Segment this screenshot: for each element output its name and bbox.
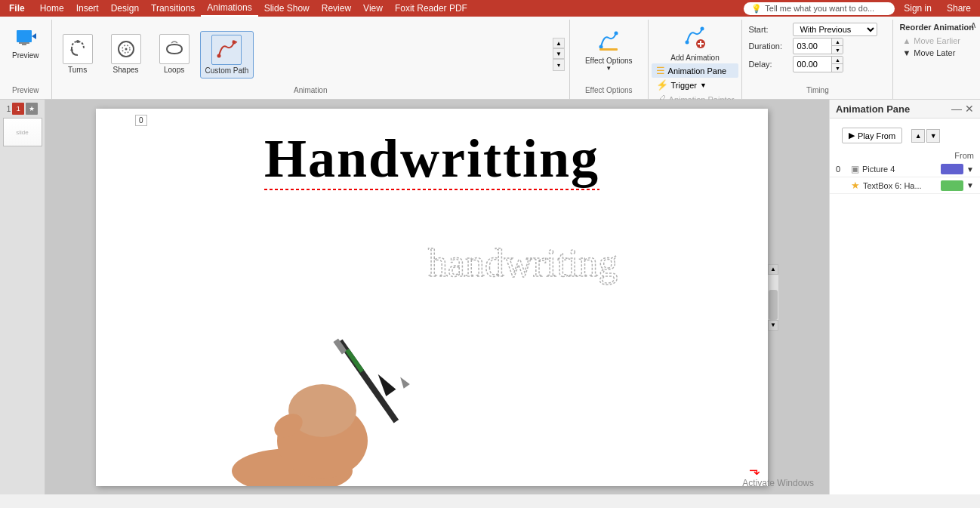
move-later-label: Move Later <box>914 48 955 57</box>
play-from-btn[interactable]: ▶ Play From <box>842 128 902 143</box>
move-later-icon: ▼ <box>902 48 911 57</box>
red-underline <box>264 189 599 190</box>
anim-item2-color-bar <box>941 180 963 191</box>
add-animation-label: Add Animation <box>670 54 720 62</box>
move-later-btn[interactable]: ▼ Move Later <box>899 47 974 59</box>
shapes-icon <box>111 34 141 64</box>
scrollbar-thumb[interactable] <box>769 290 778 320</box>
duration-label: Duration: <box>748 42 790 51</box>
svg-point-12 <box>599 45 603 49</box>
effect-options-btn[interactable]: Effect Options ▼ <box>576 23 642 78</box>
slide-indicator: 1 <box>12 103 24 115</box>
svg-rect-27 <box>345 348 364 372</box>
scroll-down-arrow[interactable]: ▼ <box>768 320 778 331</box>
duration-input-wrap[interactable]: ▲ ▼ <box>793 38 843 54</box>
preview-label: Preview <box>12 51 39 60</box>
timing-section-label: Timing <box>748 86 886 96</box>
add-animation-btn[interactable]: Add Animation <box>652 23 739 62</box>
menu-animations[interactable]: Animations <box>201 0 257 17</box>
main-area: 1 1 ★ slide 0 0 Handwritting <box>0 100 980 494</box>
svg-point-15 <box>686 41 689 45</box>
custom-path-icon <box>211 35 242 65</box>
canvas-scrollbar: ▲ ▼ <box>768 264 778 331</box>
slide-thumbnail[interactable]: slide <box>3 118 42 146</box>
pane-close-icon[interactable]: ✕ <box>965 103 974 115</box>
menu-foxit[interactable]: Foxit Reader PDF <box>389 0 473 17</box>
svg-point-13 <box>615 32 618 35</box>
effect-section-label: Effect Options <box>585 86 633 96</box>
nav-down-arrow[interactable]: ▼ <box>926 129 940 143</box>
slide-canvas[interactable]: 0 0 Handwritting <box>96 109 768 486</box>
scroll-down-btn[interactable]: ▼ <box>553 48 565 59</box>
anim-list-nav: ▲ ▼ <box>911 129 940 143</box>
effect-section: Effect Options ▼ Effect Options <box>570 20 649 99</box>
preview-btn[interactable]: Preview <box>6 23 45 63</box>
anim-list-item-2[interactable]: ★ TextBox 6: Ha... ▼ <box>830 177 980 194</box>
animation-pane-label: Animation Pane <box>668 66 727 75</box>
trigger-label: Trigger <box>671 81 697 90</box>
advanced-animation-section: Add Animation ☰ Animation Pane ⚡ Trigger… <box>649 20 743 99</box>
svg-rect-2 <box>19 42 29 44</box>
anim-pane-title: Animation Pane <box>836 103 910 115</box>
menu-review[interactable]: Review <box>316 0 357 17</box>
start-input[interactable]: With Previous On Click After Previous <box>793 23 877 36</box>
slide-panel: 1 1 ★ slide <box>0 100 45 494</box>
svg-point-9 <box>217 54 221 57</box>
preview-section-label: Preview <box>12 85 39 96</box>
anim-item-custom-path[interactable]: Custom Path <box>200 31 254 79</box>
effect-options-dropdown-arrow: ▼ <box>606 65 612 72</box>
delay-down[interactable]: ▼ <box>832 64 843 72</box>
duration-up[interactable]: ▲ <box>832 38 843 46</box>
scroll-up-btn[interactable]: ▲ <box>553 38 565 48</box>
scroll-up-arrow[interactable]: ▲ <box>768 264 778 275</box>
menu-file[interactable]: File <box>3 0 31 17</box>
play-icon: ▶ <box>849 131 855 140</box>
trigger-icon: ⚡ <box>656 79 668 91</box>
pane-minimize-icon[interactable]: — <box>951 103 962 115</box>
play-from-label: Play From <box>858 131 895 140</box>
svg-marker-5 <box>70 48 73 51</box>
menu-insert[interactable]: Insert <box>70 0 105 17</box>
tell-me-input[interactable]: 💡 Tell me what you want to do... <box>744 2 895 15</box>
lightbulb-icon: 💡 <box>751 4 762 14</box>
anim-list-item-1[interactable]: 0 ▣ Picture 4 ▼ <box>830 162 980 177</box>
anim-item2-dropdown[interactable]: ▼ <box>966 181 974 189</box>
corner-marker: ⬎ <box>749 462 760 479</box>
anim-item-turns[interactable]: Turns <box>55 31 100 79</box>
canvas-area: 0 0 Handwritting <box>45 100 829 494</box>
menu-view[interactable]: View <box>357 0 389 17</box>
svg-point-4 <box>76 40 79 43</box>
shapes-label: Shapes <box>113 66 139 74</box>
delay-input-wrap[interactable]: ▲ ▼ <box>793 56 843 72</box>
sign-in-btn[interactable]: Sign in <box>898 2 938 15</box>
anim-item-loops[interactable]: Loops <box>152 31 197 79</box>
svg-rect-14 <box>599 48 618 51</box>
menu-transitions[interactable]: Transitions <box>145 0 201 17</box>
nav-up-arrow[interactable]: ▲ <box>911 129 925 143</box>
menu-home[interactable]: Home <box>34 0 70 17</box>
animation-scroll: ▲ ▼ ▾ <box>551 38 566 71</box>
duration-input[interactable] <box>794 41 831 51</box>
menu-slideshow[interactable]: Slide Show <box>258 0 316 17</box>
animation-pane-btn[interactable]: ☰ Animation Pane <box>652 63 739 78</box>
anim-item-shapes[interactable]: Shapes <box>103 31 149 79</box>
image-area: handwriting ⬎ <box>96 201 768 486</box>
anim-item1-dropdown[interactable]: ▼ <box>966 165 974 174</box>
move-earlier-btn[interactable]: ▲ Move Earlier <box>899 35 974 47</box>
duration-down[interactable]: ▼ <box>832 46 843 54</box>
start-select[interactable]: With Previous On Click After Previous <box>794 23 877 35</box>
scroll-expand-btn[interactable]: ▾ <box>553 59 565 71</box>
ribbon-expand-btn[interactable]: ∧ <box>970 20 977 30</box>
move-earlier-label: Move Earlier <box>914 36 960 45</box>
delay-up[interactable]: ▲ <box>832 57 843 64</box>
trigger-btn[interactable]: ⚡ Trigger ▼ <box>652 78 739 92</box>
menu-design[interactable]: Design <box>105 0 145 17</box>
share-btn[interactable]: Share <box>941 2 977 15</box>
from-label-row: From <box>830 149 980 162</box>
delay-input[interactable] <box>794 59 831 69</box>
activate-watermark: Activate Windows <box>742 478 814 488</box>
slide-title[interactable]: Handwritting <box>264 131 599 186</box>
preview-icon <box>14 26 38 50</box>
reorder-title: Reorder Animation <box>899 23 974 32</box>
effect-options-label: Effect Options <box>585 57 633 65</box>
